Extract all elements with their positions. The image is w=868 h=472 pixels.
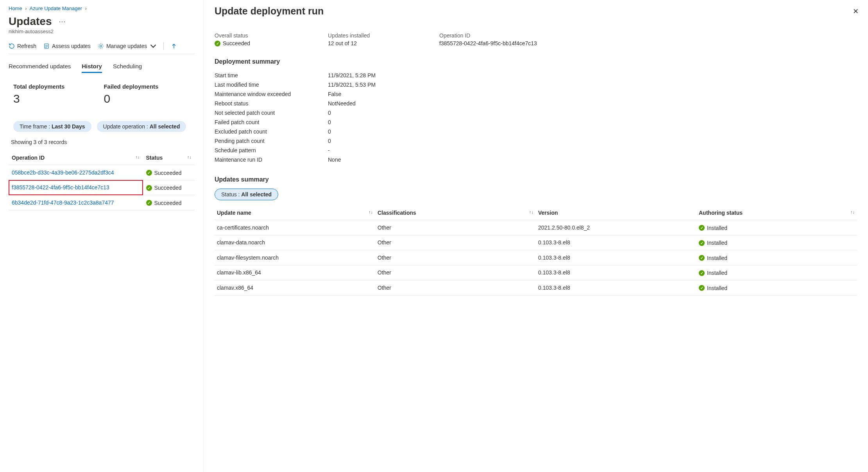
chevron-right-icon: › — [85, 5, 87, 11]
authoring-status: Installed — [707, 240, 727, 246]
col-classifications[interactable]: Classifications↑↓ — [375, 206, 536, 220]
update-version: 2021.2.50-80.0.el8_2 — [536, 220, 696, 235]
breadcrumb: Home › Azure Update Manager › — [9, 5, 195, 11]
status-filter-value: All selected — [241, 191, 272, 198]
success-icon — [699, 285, 705, 291]
sort-icon: ↑↓ — [529, 210, 533, 214]
toolbar: Refresh Assess updates Manage updates — [9, 42, 195, 54]
summary-key: Schedule pattern — [215, 147, 328, 153]
authoring-status: Installed — [707, 225, 727, 231]
sort-icon: ↑↓ — [136, 155, 140, 159]
success-icon — [146, 185, 152, 191]
authoring-status: Installed — [707, 270, 727, 276]
summary-key: Reboot status — [215, 100, 328, 107]
svg-point-1 — [100, 45, 102, 47]
summary-row: Reboot statusNotNeeded — [215, 99, 857, 108]
operation-id-link[interactable]: 058bce2b-d33c-4a39-be06-2275da2df3c4 — [12, 169, 114, 176]
table-row[interactable]: f3855728-0422-4fa6-9f5c-bb14f4ce7c13Succ… — [9, 180, 195, 195]
success-icon — [146, 170, 152, 176]
status-text: Succeeded — [154, 170, 182, 176]
update-class: Other — [375, 220, 536, 235]
tab-recommended[interactable]: Recommended updates — [9, 63, 71, 73]
col-status[interactable]: Status↑↓ — [143, 151, 195, 165]
page-title: Updates — [9, 15, 52, 28]
status-filter[interactable]: Status : All selected — [215, 189, 278, 200]
col-operation-id[interactable]: Operation ID↑↓ — [9, 151, 143, 165]
more-icon[interactable]: ⋯ — [57, 16, 67, 27]
refresh-label: Refresh — [17, 43, 36, 49]
refresh-button[interactable]: Refresh — [9, 43, 36, 49]
arrow-up-icon — [171, 43, 177, 49]
update-version: 0.103.3-8.el8 — [536, 280, 696, 296]
breadcrumb-home[interactable]: Home — [9, 5, 22, 11]
stat-failed-value: 0 — [104, 92, 158, 105]
update-class: Other — [375, 250, 536, 265]
table-row[interactable]: 6b34de2d-71fd-47c8-9a23-1c2c3a8a7477Succ… — [9, 195, 195, 210]
filter-operation[interactable]: Update operation : All selected — [97, 121, 186, 132]
update-version: 0.103.3-8.el8 — [536, 250, 696, 265]
tab-history[interactable]: History — [82, 63, 102, 73]
summary-row: Not selected patch count0 — [215, 108, 857, 118]
table-row: clamav-filesystem.noarchOther0.103.3-8.e… — [215, 250, 857, 265]
update-class: Other — [375, 265, 536, 280]
filter-operation-prefix: Update operation : — [103, 123, 150, 130]
success-icon — [215, 41, 220, 46]
summary-key: Not selected patch count — [215, 110, 328, 116]
overall-status-value: Succeeded — [223, 40, 250, 46]
col-authoring-status[interactable]: Authoring status↑↓ — [696, 206, 857, 220]
stat-total: Total deployments 3 — [13, 83, 64, 105]
page-subtitle: nikhim-autoassess2 — [9, 28, 195, 34]
manage-label: Manage updates — [106, 43, 147, 49]
summary-value: NotNeeded — [328, 100, 356, 107]
assess-updates-button[interactable]: Assess updates — [43, 43, 91, 49]
col-update-name[interactable]: Update name↑↓ — [215, 206, 375, 220]
operation-id-link[interactable]: 6b34de2d-71fd-47c8-9a23-1c2c3a8a7477 — [12, 199, 114, 206]
update-name: clamav.x86_64 — [215, 280, 375, 296]
update-class: Other — [375, 280, 536, 296]
updates-installed-value: 12 out of 12 — [328, 40, 439, 46]
summary-row: Failed patch count0 — [215, 118, 857, 127]
tab-scheduling[interactable]: Scheduling — [113, 63, 142, 73]
updates-table: Update name↑↓ Classifications↑↓ Version … — [215, 206, 857, 296]
chevron-down-icon — [150, 43, 156, 49]
summary-key: Maintenance window exceeded — [215, 91, 328, 97]
update-class: Other — [375, 235, 536, 250]
upload-button[interactable] — [171, 43, 177, 49]
summary-row: Start time11/9/2021, 5:28 PM — [215, 71, 857, 80]
summary-key: Excluded patch count — [215, 128, 328, 135]
table-row: clamav.x86_64Other0.103.3-8.el8Installed — [215, 280, 857, 296]
table-row[interactable]: 058bce2b-d33c-4a39-be06-2275da2df3c4Succ… — [9, 165, 195, 180]
summary-value: 0 — [328, 138, 331, 144]
update-name: clamav-lib.x86_64 — [215, 265, 375, 280]
filter-timeframe-value: Last 30 Days — [52, 123, 85, 130]
summary-row: Pending patch count0 — [215, 136, 857, 146]
operation-id-label: Operation ID — [439, 32, 857, 39]
success-icon — [699, 270, 705, 276]
summary-key: Start time — [215, 72, 328, 78]
summary-grid: Start time11/9/2021, 5:28 PMLast modifie… — [215, 71, 857, 164]
tabs: Recommended updates History Scheduling — [9, 63, 195, 73]
summary-row: Last modified time11/9/2021, 5:53 PM — [215, 80, 857, 89]
stat-failed-label: Failed deployments — [104, 83, 158, 90]
summary-key: Last modified time — [215, 82, 328, 88]
update-name: clamav-filesystem.noarch — [215, 250, 375, 265]
sort-icon: ↑↓ — [369, 210, 373, 214]
update-version: 0.103.3-8.el8 — [536, 235, 696, 250]
operation-id-link[interactable]: f3855728-0422-4fa6-9f5c-bb14f4ce7c13 — [12, 184, 109, 191]
clipboard-icon — [43, 43, 50, 49]
status-text: Succeeded — [154, 200, 182, 206]
history-table: Operation ID↑↓ Status↑↓ 058bce2b-d33c-4a… — [9, 151, 195, 210]
sort-icon: ↑↓ — [850, 210, 855, 214]
authoring-status: Installed — [707, 255, 727, 261]
success-icon — [699, 225, 705, 231]
summary-row: Maintenance run IDNone — [215, 155, 857, 164]
breadcrumb-aum[interactable]: Azure Update Manager — [30, 5, 82, 11]
stat-total-label: Total deployments — [13, 83, 64, 90]
col-version[interactable]: Version — [536, 206, 696, 220]
manage-updates-button[interactable]: Manage updates — [98, 43, 156, 49]
gear-icon — [98, 43, 104, 49]
deployment-summary-heading: Deployment summary — [215, 58, 857, 65]
close-icon[interactable]: ✕ — [853, 7, 859, 16]
summary-row: Maintenance window exceededFalse — [215, 89, 857, 99]
filter-timeframe[interactable]: Time frame : Last 30 Days — [13, 121, 91, 132]
